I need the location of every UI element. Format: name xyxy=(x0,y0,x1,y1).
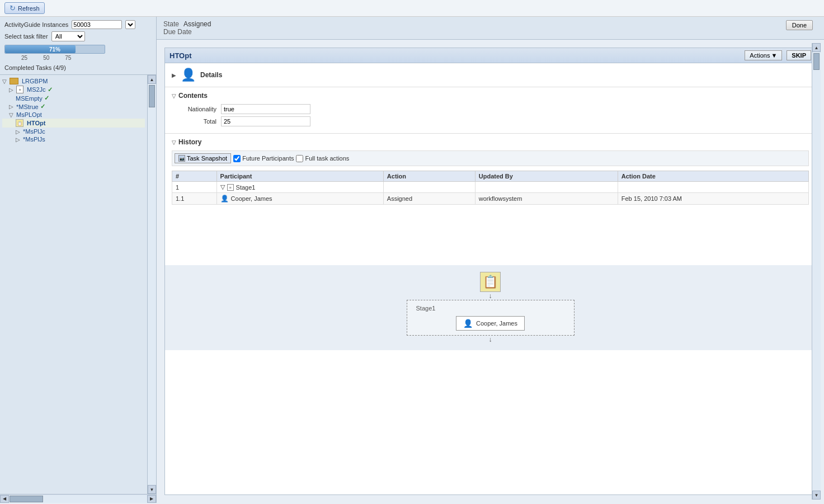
right-scroll-thumb[interactable] xyxy=(813,53,820,70)
scroll-track[interactable] xyxy=(148,84,156,485)
doc-icon: ≡ xyxy=(16,86,23,93)
stage-doc-icon: ≡ xyxy=(227,184,234,191)
tree-item-mspljc[interactable]: ▷ *MsPlJc xyxy=(2,128,145,135)
row-action-date xyxy=(618,182,808,193)
tree-item-mstrue[interactable]: ▷ *MStrue ✓ xyxy=(2,102,145,111)
scroll-up-arrow[interactable]: ▲ xyxy=(148,75,156,84)
tree-label-msplopt: MsPLOpt xyxy=(16,111,42,118)
scroll-thumb[interactable] xyxy=(149,85,155,107)
scroll-left-arrow[interactable]: ◀ xyxy=(0,495,9,503)
right-scroll-down[interactable]: ▼ xyxy=(812,491,821,500)
person-icon: 👤 xyxy=(181,68,196,82)
total-label: Total xyxy=(172,118,216,125)
full-task-actions-checkbox[interactable] xyxy=(296,155,303,162)
activity-guide-dropdown[interactable]: ▼ xyxy=(125,20,135,29)
htopt-title: HTOpt xyxy=(169,51,191,60)
scroll-down-arrow[interactable]: ▼ xyxy=(148,485,156,494)
htopt-panel: HTOpt Actions ▼ SKIP ▶ 👤 Details xyxy=(164,48,816,495)
table-row: 1.1 👤 Cooper, James Assigned workflowsys… xyxy=(172,193,809,205)
toggle-icon: ▷ xyxy=(16,129,21,135)
history-section: ▽ History 📷 Task Snapshot Future Partici… xyxy=(165,134,816,265)
scroll-htrack[interactable] xyxy=(9,495,147,503)
tree-label-mstrue: *MStrue xyxy=(16,103,39,110)
details-section: ▶ 👤 Details xyxy=(165,63,816,87)
right-vscrollbar: ▲ ▼ xyxy=(812,43,821,500)
tree-item-ms2jc[interactable]: ▷ ≡ MS2Jc ✓ xyxy=(2,85,145,94)
state-bar: State Assigned Due Date Done xyxy=(157,17,824,40)
tree-item-msplopt[interactable]: ▽ MsPLOpt xyxy=(2,111,145,119)
htopt-header: HTOpt Actions ▼ SKIP xyxy=(165,48,816,63)
history-header: ▽ History xyxy=(172,138,809,146)
left-panel: ActivityGuide Instances ▼ Select task fi… xyxy=(0,17,157,503)
tree-label-msempty: MSEmpty xyxy=(16,95,43,102)
tree-label-lrgbpm: LRGBPM xyxy=(22,78,48,84)
activity-guide-row: ActivityGuide Instances ▼ xyxy=(4,20,152,29)
task-snapshot-label: Task Snapshot xyxy=(187,155,227,162)
history-table: # Participant Action Updated By Action D… xyxy=(172,171,809,205)
history-toggle[interactable]: ▽ xyxy=(172,139,176,145)
nationality-input[interactable] xyxy=(221,104,310,114)
row-num: 1 xyxy=(172,182,217,193)
full-task-actions-label[interactable]: Full task actions xyxy=(296,155,349,162)
state-key: State xyxy=(163,20,179,28)
contents-section: ▽ Contents Nationality Total xyxy=(165,87,816,134)
stage-box: Stage1 👤 Cooper, James xyxy=(407,300,575,336)
tree-item-htopt[interactable]: 📋 HTOpt xyxy=(2,119,145,128)
scroll-hthumb[interactable] xyxy=(10,496,43,502)
clipboard-icon: 📋 xyxy=(16,119,23,127)
progress-ticks: 25 50 75 xyxy=(4,55,152,61)
history-title: History xyxy=(178,138,201,146)
stage-diagram: 📋 ↓ Stage1 👤 Cooper, James ↓ xyxy=(165,265,816,350)
progress-container: 71% 25 50 75 xyxy=(4,45,152,61)
refresh-button[interactable]: ↻ Refresh xyxy=(4,2,45,14)
left-vscrollbar: ▲ ▼ xyxy=(147,75,156,494)
details-expand-icon[interactable]: ▶ xyxy=(172,72,176,78)
done-button[interactable]: Done xyxy=(786,20,813,30)
contents-header: ▽ Contents xyxy=(172,92,809,100)
tree-list: ▽ LRGBPM ▷ ≡ MS2Jc ✓ MSEmpty ✓ xyxy=(0,75,147,145)
tree-item-msempty[interactable]: MSEmpty ✓ xyxy=(2,94,145,102)
right-scroll-track[interactable] xyxy=(812,52,821,491)
total-input[interactable] xyxy=(221,116,310,126)
toggle-icon: ▷ xyxy=(9,103,15,110)
tree-item-lrgbpm[interactable]: ▽ LRGBPM xyxy=(2,77,145,85)
stage-toggle-icon: ▽ xyxy=(220,183,225,191)
toolbar: ↻ Refresh xyxy=(0,0,824,17)
activity-guide-input[interactable] xyxy=(72,20,122,29)
future-participants-checkbox[interactable] xyxy=(233,155,241,162)
future-participants-label[interactable]: Future Participants xyxy=(233,155,294,162)
actions-label: Actions xyxy=(750,52,770,59)
skip-button[interactable]: SKIP xyxy=(787,50,811,60)
row-updated-by xyxy=(475,182,618,193)
state-row: State Assigned xyxy=(163,20,817,28)
tree-label-mspljs: *MsPlJs xyxy=(23,136,45,143)
total-row: Total xyxy=(172,116,809,126)
col-updated-by: Updated By xyxy=(475,171,618,182)
tick-25: 25 xyxy=(21,55,27,61)
row-participant: 👤 Cooper, James xyxy=(216,193,383,205)
right-panel: State Assigned Due Date Done HTOpt Actio… xyxy=(157,17,824,503)
task-snapshot-button[interactable]: 📷 Task Snapshot xyxy=(175,153,231,163)
scroll-right-arrow[interactable]: ▶ xyxy=(147,495,156,503)
full-task-actions-text: Full task actions xyxy=(305,155,349,162)
done-btn-area: Done xyxy=(786,20,813,30)
actions-button[interactable]: Actions ▼ xyxy=(745,50,782,60)
task-filter-label: Select task filter xyxy=(4,33,48,40)
col-participant: Participant xyxy=(216,171,383,182)
check-icon-ms2jc: ✓ xyxy=(48,86,53,93)
contents-toggle[interactable]: ▽ xyxy=(172,93,176,99)
tree-item-mspljs[interactable]: ▷ *MsPlJs xyxy=(2,135,145,143)
participant-icon: 👤 xyxy=(463,319,473,328)
row-updated-by: workflowsystem xyxy=(475,193,618,205)
tree-label-ms2jc: MS2Jc xyxy=(27,86,46,93)
toggle-icon: ▽ xyxy=(2,78,8,84)
completed-label: Completed Tasks (4/9) xyxy=(4,64,152,71)
tick-75: 75 xyxy=(65,55,71,61)
tree-label-htopt: HTOpt xyxy=(27,120,45,126)
history-empty-space xyxy=(172,205,809,261)
right-scroll-up[interactable]: ▲ xyxy=(812,43,821,52)
task-filter-row: Select task filter All Pending Completed xyxy=(4,31,152,41)
due-date-row: Due Date xyxy=(163,28,817,36)
task-filter-select[interactable]: All Pending Completed xyxy=(51,31,85,41)
history-toolbar: 📷 Task Snapshot Future Participants Full… xyxy=(172,150,809,166)
